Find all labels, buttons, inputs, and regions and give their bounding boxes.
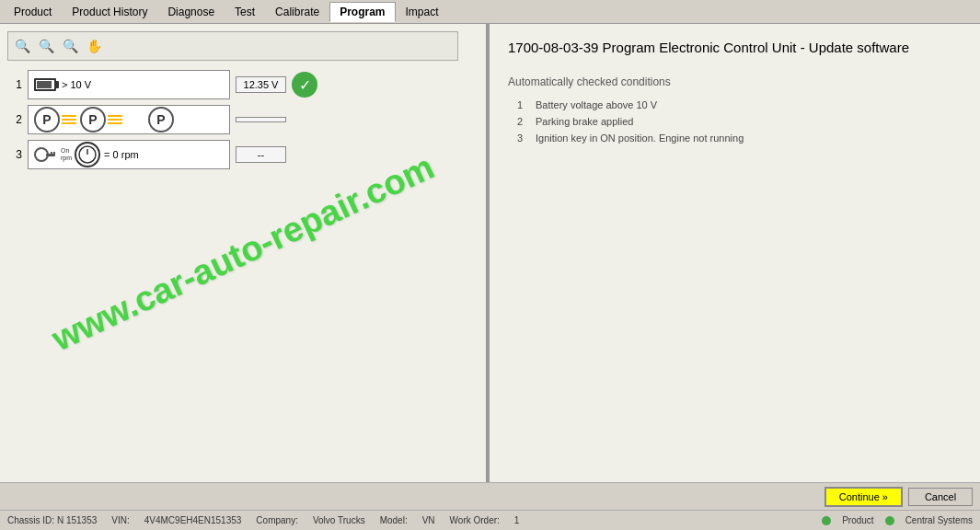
zoom-out-icon[interactable]: 🔍	[36, 36, 56, 56]
product-dot	[822, 516, 831, 525]
model-value: VN	[422, 515, 435, 525]
row-number-3: 3	[7, 148, 22, 161]
pointer-icon[interactable]: ✋	[84, 36, 104, 56]
toolbar: 🔍 🔍 🔍 ✋	[7, 31, 458, 61]
menu-diagnose[interactable]: Diagnose	[157, 2, 225, 22]
engine-group: On rpm	[34, 142, 100, 167]
menu-bar: Product Product History Diagnose Test Ca…	[0, 0, 980, 24]
model-label: Model:	[380, 515, 408, 525]
status-right: Product Central Systems	[822, 515, 973, 525]
p-circle-3: P	[148, 107, 174, 132]
key-icon	[34, 144, 58, 165]
menu-product-history[interactable]: Product History	[62, 2, 157, 22]
company-value: Volvo Trucks	[313, 515, 365, 525]
central-status-label: Central Systems	[905, 515, 973, 525]
voltage-label: > 10 V	[62, 79, 91, 90]
left-panel: 🔍 🔍 🔍 ✋ 1 > 10 V 12.35 V ✓ 2 P	[0, 24, 488, 482]
parking-icon-group: P	[34, 107, 76, 132]
right-panel: 1700-08-03-39 Program Electronic Control…	[490, 24, 980, 482]
menu-impact[interactable]: Impact	[396, 2, 449, 22]
on-label: On	[61, 147, 72, 155]
svg-rect-2	[53, 152, 55, 155]
vin-value: 4V4MC9EH4EN151353	[144, 515, 242, 525]
product-status-label: Product	[842, 515, 873, 525]
condition-box-1: > 10 V	[28, 70, 230, 99]
svg-rect-3	[51, 152, 52, 155]
conditions-heading: Automatically checked conditions	[508, 75, 962, 88]
condition-box-3: On rpm = 0 rpm	[28, 140, 230, 169]
panel-title: 1700-08-03-39 Program Electronic Control…	[508, 39, 962, 57]
chassis-id: Chassis ID: N 151353	[7, 515, 97, 525]
condition-row-1: 1 > 10 V 12.35 V ✓	[7, 70, 478, 99]
menu-calibrate[interactable]: Calibrate	[265, 2, 329, 22]
condition-row-2: 2 P P P	[7, 105, 478, 134]
menu-product[interactable]: Product	[4, 2, 62, 22]
menu-program[interactable]: Program	[329, 2, 395, 22]
row-number-2: 2	[7, 113, 22, 126]
tach-icon	[75, 142, 100, 167]
zoom-in-icon[interactable]: 🔍	[12, 36, 32, 56]
condition-list: 1 Battery voltage above 10 V 2 Parking b…	[508, 99, 962, 144]
watermark: www.car-auto-repair.com	[46, 147, 440, 359]
workorder-value: 1	[514, 515, 520, 525]
list-text-2: Parking brake applied	[536, 116, 633, 127]
cancel-button[interactable]: Cancel	[908, 488, 973, 506]
p-circle-2: P	[80, 107, 106, 132]
battery-icon	[34, 78, 56, 91]
rpm-value: --	[236, 146, 286, 163]
continue-button[interactable]: Continue »	[824, 487, 903, 507]
p-lines-1	[62, 115, 76, 124]
row-number-1: 1	[7, 78, 22, 91]
vin-label: VIN:	[111, 515, 129, 525]
list-num-3: 3	[517, 132, 528, 144]
menu-test[interactable]: Test	[225, 2, 265, 22]
rpm-label: = 0 rpm	[104, 149, 139, 160]
company-label: Company:	[256, 515, 298, 525]
voltage-value: 12.35 V	[236, 76, 286, 93]
parking-value	[236, 117, 286, 122]
p-lines-2	[108, 115, 122, 124]
parking-icon-group-2: P	[80, 107, 122, 132]
fit-icon[interactable]: 🔍	[60, 36, 80, 56]
central-dot	[885, 516, 894, 525]
list-item-1: 1 Battery voltage above 10 V	[517, 99, 962, 110]
list-item-2: 2 Parking brake applied	[517, 116, 962, 127]
p-circle-1: P	[34, 107, 60, 132]
list-num-1: 1	[517, 99, 528, 110]
workorder-label: Work Order:	[450, 515, 500, 525]
list-text-1: Battery voltage above 10 V	[536, 99, 657, 110]
list-text-3: Ignition key in ON position. Engine not …	[536, 132, 744, 144]
svg-point-0	[35, 148, 48, 161]
off-label: rpm	[61, 155, 72, 162]
main-container: 🔍 🔍 🔍 ✋ 1 > 10 V 12.35 V ✓ 2 P	[0, 24, 980, 482]
condition-row-3: 3 On rpm	[7, 140, 478, 169]
button-bar: Continue » Cancel	[0, 482, 980, 510]
status-bar: Chassis ID: N 151353 VIN: 4V4MC9EH4EN151…	[0, 510, 980, 530]
on-off-labels: On rpm	[61, 147, 72, 163]
list-num-2: 2	[517, 116, 528, 127]
check-ok-icon: ✓	[292, 72, 317, 98]
list-item-3: 3 Ignition key in ON position. Engine no…	[517, 132, 962, 144]
condition-box-2: P P P	[28, 105, 230, 134]
